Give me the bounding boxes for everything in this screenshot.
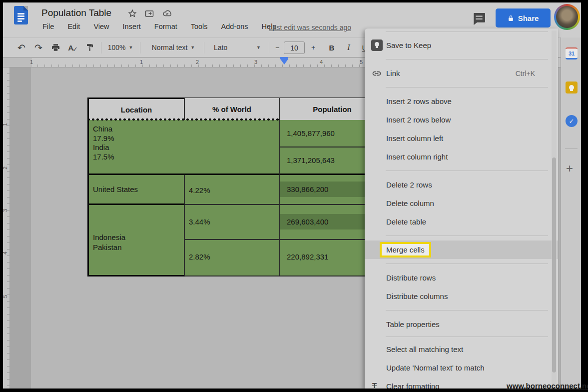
context-menu: Save to Keep Link Ctrl+K Insert 2 rows a… <box>365 28 558 388</box>
side-panel-divider <box>565 148 578 149</box>
menu-item-distribute-columns[interactable]: Distribute columns <box>365 287 558 306</box>
indent-marker[interactable] <box>280 59 288 64</box>
font-family-select[interactable]: Lato▼ <box>210 38 265 57</box>
move-folder-icon[interactable] <box>144 9 154 18</box>
table-cell-pakistan-pct[interactable]: 2.82% <box>185 240 280 276</box>
menu-item-save-to-keep[interactable]: Save to Keep <box>365 36 558 54</box>
context-menu-scrollbar-thumb[interactable] <box>552 158 556 372</box>
clear-format-icon: T <box>372 381 377 388</box>
table-cell-indonesia-pct[interactable]: 3.44% <box>185 205 280 240</box>
font-size-input[interactable]: 10 <box>284 42 305 54</box>
bold-button[interactable]: B <box>325 38 339 57</box>
menu-item-delete-table[interactable]: Delete table <box>365 212 558 231</box>
keep-icon <box>371 40 383 51</box>
keep-icon[interactable] <box>566 82 578 94</box>
menu-format[interactable]: Format <box>154 22 177 30</box>
annotation-highlight-box: Merge cells <box>380 242 431 258</box>
menu-item-select-all-matching-text[interactable]: Select all matching text <box>365 340 558 358</box>
menu-divider <box>386 310 548 310</box>
document-title[interactable]: Population Table <box>41 8 111 18</box>
print-icon[interactable] <box>48 38 63 57</box>
menu-divider <box>386 236 548 236</box>
google-docs-logo-icon[interactable] <box>14 6 28 24</box>
document-status-cloud-icon[interactable] <box>162 9 172 18</box>
zoom-select[interactable]: 100%▼ <box>105 38 136 57</box>
comments-icon[interactable] <box>471 11 489 27</box>
menu-bar: File Edit View Insert Format Tools Add-o… <box>42 22 276 30</box>
menu-item-table-properties[interactable]: Table properties <box>365 315 558 334</box>
selection-dotted-border <box>86 118 280 121</box>
italic-button[interactable]: I <box>342 38 356 57</box>
table-cell-us-location[interactable]: United States <box>87 175 185 205</box>
menu-item-update-normal-text-to-match[interactable]: Update 'Normal text' to match <box>365 358 558 377</box>
watermark: www.borneoconnect.net <box>507 382 588 390</box>
vertical-ruler[interactable]: 1 2 3 4 5 <box>3 68 10 388</box>
tasks-icon[interactable]: ✓ <box>566 115 578 127</box>
table-header-pct-world[interactable]: % of World <box>185 98 280 120</box>
menu-item-merge-cells[interactable]: Merge cells <box>365 240 558 259</box>
share-button-label: Share <box>518 14 539 22</box>
account-avatar[interactable] <box>554 4 580 30</box>
get-addons-button[interactable]: + <box>566 162 573 176</box>
menu-item-insert-2-rows-above[interactable]: Insert 2 rows above <box>365 92 558 110</box>
screenshot-root: Population Table File Edit View Insert F… <box>0 0 588 392</box>
menu-tools[interactable]: Tools <box>191 22 208 30</box>
star-icon[interactable] <box>128 9 137 18</box>
menu-item-insert-column-left[interactable]: Insert column left <box>365 129 558 148</box>
share-button[interactable]: Share <box>496 8 551 28</box>
menu-view[interactable]: View <box>93 22 109 30</box>
menu-item-insert-2-rows-below[interactable]: Insert 2 rows below <box>365 110 558 129</box>
paragraph-style-select[interactable]: Normal text▼ <box>146 38 201 57</box>
menu-item-insert-column-right[interactable]: Insert column right <box>365 148 558 166</box>
paint-format-icon[interactable] <box>82 38 98 57</box>
menu-item-link[interactable]: Link Ctrl+K <box>365 64 558 82</box>
calendar-icon[interactable]: 31 <box>566 48 578 60</box>
table-cell-merged-indonesia-pakistan[interactable]: Indonesia Pakistan <box>87 205 185 276</box>
font-size-increase-button[interactable]: + <box>308 38 319 57</box>
font-size-decrease-button[interactable]: − <box>272 38 283 57</box>
google-side-panel: 31 ✓ + <box>561 38 581 388</box>
undo-button[interactable]: ↶ <box>14 38 29 57</box>
menu-item-distribute-rows[interactable]: Distribute rows <box>365 268 558 287</box>
redo-button[interactable]: ↷ <box>31 38 46 57</box>
table-header-location[interactable]: Location <box>87 98 185 120</box>
link-icon <box>371 68 383 80</box>
table-cell-merged-china-india[interactable]: China 17.9% India 17.5% <box>87 120 280 175</box>
menu-divider <box>386 87 548 88</box>
menu-insert[interactable]: Insert <box>123 22 141 30</box>
menu-divider <box>386 170 548 171</box>
spellcheck-icon[interactable]: A✓ <box>65 38 81 57</box>
google-docs-app: Population Table File Edit View Insert F… <box>3 2 581 388</box>
menu-divider <box>386 59 548 60</box>
menu-file[interactable]: File <box>42 22 54 30</box>
menu-divider <box>386 32 548 32</box>
lock-icon <box>508 14 514 22</box>
menu-item-delete-column[interactable]: Delete column <box>365 194 558 212</box>
menu-divider <box>386 264 548 264</box>
menu-addons[interactable]: Add-ons <box>221 22 248 30</box>
table-cell-us-pct[interactable]: 4.22% <box>185 175 280 205</box>
menu-item-delete-2-rows[interactable]: Delete 2 rows <box>365 176 558 194</box>
shortcut-label: Ctrl+K <box>516 70 535 78</box>
last-edit-status[interactable]: Last edit was seconds ago <box>269 24 351 32</box>
menu-edit[interactable]: Edit <box>67 22 80 30</box>
menu-divider <box>386 336 548 337</box>
